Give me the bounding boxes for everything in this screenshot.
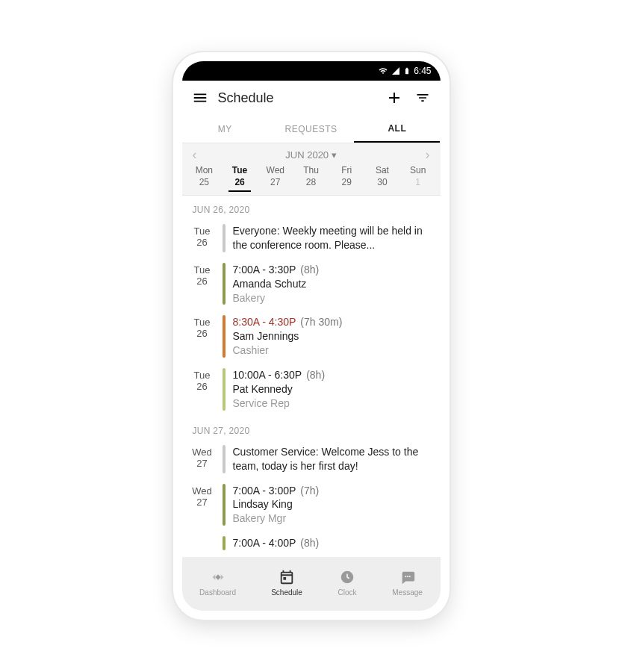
schedule-list[interactable]: JUN 26, 2020Tue26Everyone: Weekly meetin… bbox=[182, 196, 441, 557]
shift-row[interactable]: Tue2610:00A - 6:30P(8h)Pat KennedyServic… bbox=[182, 364, 441, 417]
signal-icon bbox=[391, 66, 400, 75]
row-day: Tue26 bbox=[190, 368, 215, 411]
svg-point-3 bbox=[406, 575, 408, 576]
row-content: 7:00A - 4:00P(8h) bbox=[233, 536, 433, 550]
svg-point-2 bbox=[405, 575, 406, 576]
screen: 6:45 Schedule MYREQUESTSALL ‹ JUN 2020 ▾… bbox=[182, 61, 441, 611]
note-row[interactable]: Tue26Everyone: Weekly meeting will be he… bbox=[182, 220, 441, 258]
row-content: 7:00A - 3:30P(8h)Amanda SchutzBakery bbox=[233, 263, 433, 305]
hamburger-icon bbox=[192, 90, 208, 106]
month-label[interactable]: JUN 2020 ▾ bbox=[285, 149, 336, 161]
phone-frame: 6:45 Schedule MYREQUESTSALL ‹ JUN 2020 ▾… bbox=[173, 52, 450, 620]
nav-clock[interactable]: Clock bbox=[338, 569, 357, 597]
svg-point-4 bbox=[408, 575, 410, 576]
row-day: Tue26 bbox=[190, 263, 215, 305]
tab-all[interactable]: ALL bbox=[354, 115, 440, 143]
date-header: JUN 26, 2020 bbox=[182, 196, 441, 220]
day-cell[interactable]: Sat30 bbox=[364, 164, 400, 192]
app-bar: Schedule bbox=[182, 81, 441, 115]
prev-month-button[interactable]: ‹ bbox=[190, 147, 200, 163]
row-day: Tue26 bbox=[190, 315, 215, 358]
nav-message[interactable]: Message bbox=[392, 569, 423, 597]
clock-icon bbox=[338, 569, 357, 585]
color-stripe bbox=[223, 368, 226, 411]
note-row[interactable]: Wed27Customer Service: Welcome Jess to t… bbox=[182, 441, 441, 479]
row-day bbox=[190, 536, 215, 550]
color-stripe bbox=[223, 315, 226, 358]
dashboard-icon bbox=[208, 569, 228, 585]
row-content: 7:00A - 3:00P(7h)Lindsay KingBakery Mgr bbox=[233, 484, 433, 526]
week-row: Mon25Tue26Wed27Thu28Fri29Sat30Sun1 bbox=[187, 164, 436, 192]
filter-icon bbox=[415, 90, 430, 105]
plus-icon bbox=[385, 89, 403, 107]
month-navigator: ‹ JUN 2020 ▾ › Mon25Tue26Wed27Thu28Fri29… bbox=[182, 143, 441, 196]
row-day: Wed27 bbox=[190, 484, 215, 526]
row-content: 8:30A - 4:30P(7h 30m)Sam JenningsCashier bbox=[233, 315, 433, 358]
add-button[interactable] bbox=[384, 87, 405, 108]
tab-requests[interactable]: REQUESTS bbox=[268, 115, 354, 143]
day-cell[interactable]: Fri29 bbox=[329, 164, 364, 192]
color-stripe bbox=[223, 536, 226, 550]
row-day: Tue26 bbox=[190, 224, 215, 252]
shift-row[interactable]: Tue267:00A - 3:30P(8h)Amanda SchutzBaker… bbox=[182, 258, 441, 311]
row-content: Customer Service: Welcome Jess to the te… bbox=[233, 445, 433, 473]
next-month-button[interactable]: › bbox=[423, 147, 433, 163]
row-content: 10:00A - 6:30P(8h)Pat KennedyService Rep bbox=[233, 368, 433, 411]
day-cell[interactable]: Sun1 bbox=[400, 164, 436, 192]
nav-schedule[interactable]: Schedule bbox=[271, 569, 302, 597]
battery-icon bbox=[403, 66, 411, 76]
filter-button[interactable] bbox=[412, 87, 433, 108]
color-stripe bbox=[223, 445, 226, 473]
shift-row[interactable]: 7:00A - 4:00P(8h) bbox=[182, 532, 441, 556]
shift-row[interactable]: Tue268:30A - 4:30P(7h 30m)Sam JenningsCa… bbox=[182, 311, 441, 364]
color-stripe bbox=[223, 263, 226, 305]
date-header: JUN 27, 2020 bbox=[182, 417, 441, 441]
tabs: MYREQUESTSALL bbox=[182, 115, 441, 143]
svg-rect-0 bbox=[283, 577, 286, 580]
wifi-icon bbox=[378, 66, 388, 75]
color-stripe bbox=[223, 224, 226, 252]
status-time: 6:45 bbox=[414, 66, 431, 76]
bottom-nav: DashboardScheduleClockMessage bbox=[182, 557, 441, 611]
day-cell[interactable]: Thu28 bbox=[293, 164, 329, 192]
tab-my[interactable]: MY bbox=[182, 115, 268, 143]
menu-button[interactable] bbox=[190, 87, 211, 108]
color-stripe bbox=[223, 484, 226, 526]
row-content: Everyone: Weekly meeting will be held in… bbox=[233, 224, 433, 252]
nav-dashboard[interactable]: Dashboard bbox=[199, 569, 236, 597]
page-title: Schedule bbox=[218, 90, 376, 106]
status-bar: 6:45 bbox=[182, 61, 441, 81]
schedule-icon bbox=[277, 569, 296, 585]
row-day: Wed27 bbox=[190, 445, 215, 473]
message-icon bbox=[398, 569, 417, 585]
day-cell[interactable]: Mon25 bbox=[187, 164, 223, 192]
day-cell[interactable]: Wed27 bbox=[258, 164, 293, 192]
day-cell[interactable]: Tue26 bbox=[222, 164, 258, 192]
shift-row[interactable]: Wed277:00A - 3:00P(7h)Lindsay KingBakery… bbox=[182, 479, 441, 532]
